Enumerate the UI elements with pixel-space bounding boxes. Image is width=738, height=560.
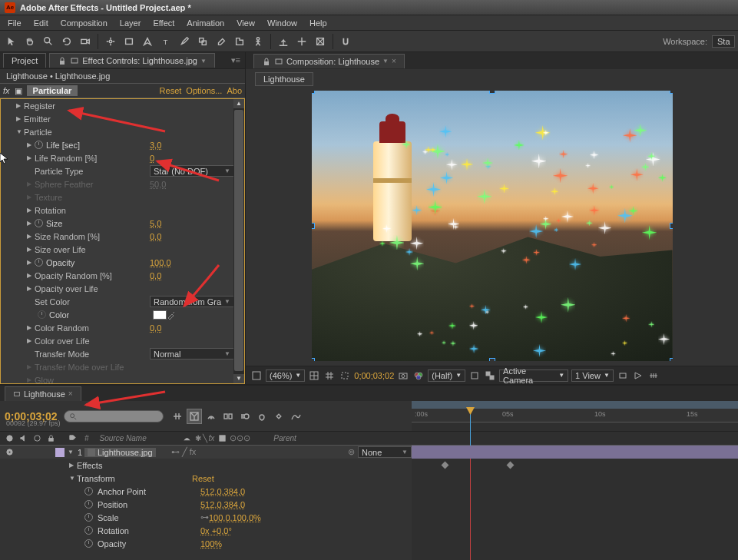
effect-controls-tab[interactable]: Effect Controls: Lighthouse.jpg ▼ bbox=[49, 53, 215, 68]
transfer-mode-dropdown[interactable]: Normal▼ bbox=[150, 348, 234, 360]
parent-dropdown[interactable]: None▼ bbox=[358, 446, 412, 458]
size-random-value[interactable]: 0,0 bbox=[150, 232, 161, 241]
twirl-icon[interactable]: ▼ bbox=[16, 128, 24, 135]
effect-visibility-icon[interactable]: ▣ bbox=[15, 86, 22, 96]
snapshot-icon[interactable] bbox=[397, 369, 409, 382]
comp-mini-flowchart-icon[interactable] bbox=[170, 409, 185, 424]
auto-keyframe-icon[interactable] bbox=[271, 409, 286, 424]
anchor-point-value[interactable]: 512,0,384,0 bbox=[200, 487, 245, 496]
brainstorm-icon[interactable] bbox=[254, 409, 270, 424]
close-icon[interactable]: × bbox=[392, 57, 396, 65]
scrollbar-thumb[interactable] bbox=[234, 110, 243, 371]
timeline-tracks[interactable] bbox=[412, 446, 738, 560]
rectangle-tool-icon[interactable] bbox=[121, 33, 137, 50]
menu-layer[interactable]: Layer bbox=[114, 17, 147, 29]
pan-behind-tool-icon[interactable] bbox=[102, 33, 119, 50]
stopwatch-icon[interactable] bbox=[84, 513, 93, 522]
handle-icon[interactable] bbox=[489, 91, 495, 94]
menu-effect[interactable]: Effect bbox=[147, 17, 180, 29]
rotation-prop[interactable]: Rotation bbox=[35, 206, 150, 215]
emitter-group[interactable]: Emitter bbox=[24, 114, 139, 124]
menu-window[interactable]: Window bbox=[261, 17, 303, 29]
handle-icon[interactable] bbox=[489, 358, 495, 361]
project-tab[interactable]: Project bbox=[3, 53, 46, 68]
layer-name[interactable]: Lighthouse.jpg bbox=[84, 448, 156, 457]
stopwatch-icon[interactable] bbox=[35, 219, 43, 227]
layer-row[interactable]: ▼ 1 Lighthouse.jpg ⊷ ╱ fx ⊚ None▼ bbox=[0, 446, 412, 459]
scale-value[interactable]: 100,0,100,0% bbox=[209, 513, 261, 522]
camera-dropdown[interactable]: Active Camera▼ bbox=[499, 369, 568, 382]
layer-bar[interactable] bbox=[412, 446, 738, 459]
time-ruler[interactable]: :00s 05s 10s 15s bbox=[412, 409, 738, 422]
set-color-dropdown[interactable]: Random from Gra▼ bbox=[150, 296, 234, 307]
close-icon[interactable]: × bbox=[68, 389, 73, 398]
composition-tab[interactable]: Composition: Lighthouse ▼ × bbox=[253, 54, 405, 68]
menu-help[interactable]: Help bbox=[303, 17, 333, 29]
resolution-dropdown[interactable]: (Half)▼ bbox=[428, 369, 465, 382]
composition-viewer[interactable] bbox=[246, 86, 738, 366]
current-time[interactable]: 0;00;03;02 bbox=[354, 371, 394, 380]
panel-menu-icon[interactable]: ▾≡ bbox=[227, 55, 245, 65]
color-random-value[interactable]: 0,0 bbox=[150, 323, 161, 333]
world-axis-icon[interactable] bbox=[293, 33, 310, 50]
opacity-value[interactable]: 100,0 bbox=[150, 258, 171, 267]
reset-link[interactable]: Reset bbox=[160, 86, 182, 95]
scroll-up-icon[interactable]: ▲ bbox=[233, 99, 244, 108]
brush-tool-icon[interactable] bbox=[176, 33, 193, 50]
effect-name[interactable]: Particular bbox=[27, 85, 78, 96]
opacity-value[interactable]: 100% bbox=[200, 539, 222, 548]
rotate-tool-icon[interactable] bbox=[58, 33, 75, 50]
zoom-tool-icon[interactable] bbox=[40, 33, 57, 50]
eyedropper-icon[interactable] bbox=[167, 310, 176, 320]
menu-file[interactable]: File bbox=[2, 17, 28, 29]
particle-group[interactable]: Particle bbox=[24, 128, 139, 137]
pixel-aspect-icon[interactable] bbox=[617, 369, 629, 382]
selection-tool-icon[interactable] bbox=[3, 33, 20, 50]
canvas[interactable] bbox=[312, 91, 673, 361]
menu-edit[interactable]: Edit bbox=[28, 17, 55, 29]
clone-tool-icon[interactable] bbox=[194, 33, 211, 50]
handle-icon[interactable] bbox=[670, 223, 673, 229]
lock-column-icon[interactable] bbox=[45, 432, 57, 445]
stopwatch-icon[interactable] bbox=[84, 539, 93, 548]
opacity-random-value[interactable]: 0,0 bbox=[150, 271, 161, 280]
roi-icon[interactable] bbox=[468, 369, 481, 382]
eraser-tool-icon[interactable] bbox=[213, 33, 230, 50]
stopwatch-icon[interactable] bbox=[84, 526, 93, 535]
switches-icon[interactable] bbox=[216, 432, 228, 445]
position-value[interactable]: 512,0,384,0 bbox=[200, 500, 245, 509]
menu-composition[interactable]: Composition bbox=[55, 17, 114, 29]
handle-icon[interactable] bbox=[670, 358, 673, 361]
size-value[interactable]: 5,0 bbox=[150, 219, 161, 228]
twirl-icon[interactable]: ▶ bbox=[16, 115, 24, 122]
snap-icon[interactable] bbox=[337, 33, 354, 50]
timeline-icon[interactable] bbox=[647, 369, 660, 382]
stopwatch-icon[interactable] bbox=[35, 258, 43, 267]
comp-flowchart-tab[interactable]: Lighthouse bbox=[255, 72, 313, 86]
life-value[interactable]: 3,0 bbox=[150, 141, 161, 150]
handle-icon[interactable] bbox=[312, 358, 315, 361]
stopwatch-icon[interactable] bbox=[35, 141, 43, 149]
about-link[interactable]: Abo bbox=[227, 86, 242, 95]
options-link[interactable]: Options... bbox=[186, 86, 222, 95]
handle-icon[interactable] bbox=[312, 223, 315, 229]
view-axis-icon[interactable] bbox=[312, 33, 329, 50]
color-over-life-prop[interactable]: Color over Life bbox=[35, 336, 150, 346]
text-tool-icon[interactable]: T bbox=[157, 33, 174, 50]
hand-tool-icon[interactable] bbox=[22, 33, 38, 50]
frame-blend-icon[interactable] bbox=[220, 409, 236, 424]
video-column-icon[interactable] bbox=[3, 432, 15, 445]
audio-column-icon[interactable] bbox=[17, 432, 29, 445]
transform-group[interactable]: Transform bbox=[77, 474, 192, 483]
size-over-life-prop[interactable]: Size over Life bbox=[35, 245, 150, 254]
twirl-icon[interactable]: ▼ bbox=[68, 449, 75, 456]
fast-preview-icon[interactable] bbox=[632, 369, 644, 382]
scroll-down-icon[interactable]: ▼ bbox=[233, 374, 244, 383]
source-name-column[interactable]: Source Name bbox=[95, 434, 180, 442]
motion-blur-icon[interactable] bbox=[237, 409, 253, 424]
stopwatch-icon[interactable] bbox=[84, 487, 93, 495]
transform-reset[interactable]: Reset bbox=[192, 474, 214, 483]
rotation-value[interactable]: 0x +0,0° bbox=[200, 526, 232, 535]
menu-animation[interactable]: Animation bbox=[180, 17, 230, 29]
shy-switch-icon[interactable] bbox=[181, 432, 194, 445]
